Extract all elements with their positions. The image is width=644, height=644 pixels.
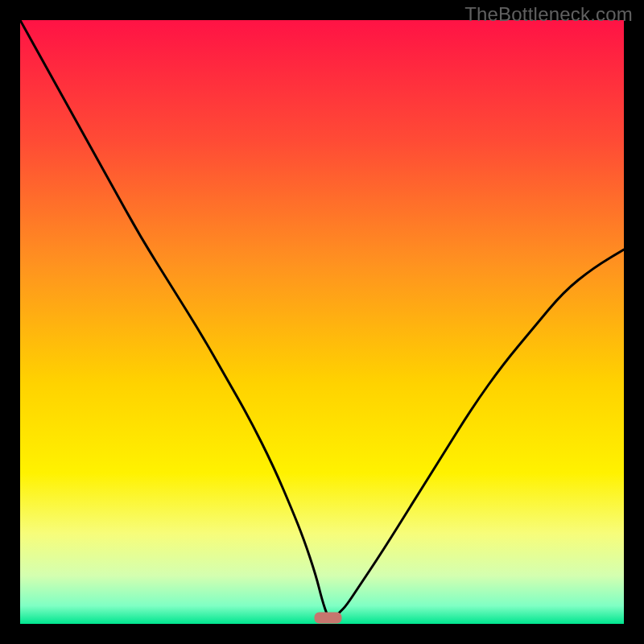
optimal-marker — [315, 613, 342, 624]
bottleneck-chart — [20, 20, 624, 624]
chart-frame: TheBottleneck.com — [0, 0, 644, 644]
watermark-text: TheBottleneck.com — [464, 3, 633, 26]
plot-area — [20, 20, 624, 624]
gradient-background — [20, 20, 624, 624]
